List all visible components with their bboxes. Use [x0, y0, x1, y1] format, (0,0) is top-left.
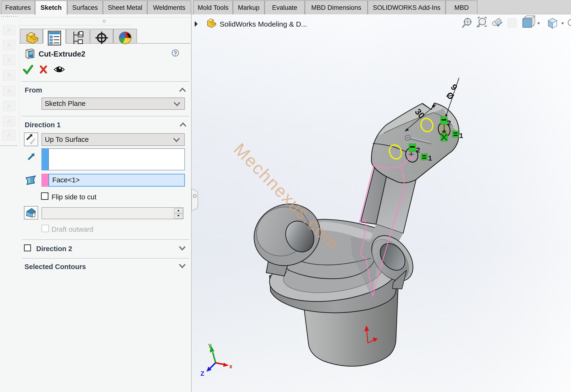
svg-text:Z: Z — [201, 370, 204, 377]
svg-text:2: 2 — [416, 146, 420, 154]
svg-text:2: 2 — [447, 119, 451, 127]
svg-text:Y: Y — [208, 343, 212, 349]
svg-text:x: x — [229, 363, 232, 369]
svg-text:1: 1 — [459, 132, 463, 140]
svg-text:1: 1 — [428, 154, 432, 162]
svg-text:SolidWorks Modeling & D...: SolidWorks Modeling & D... — [220, 20, 307, 28]
